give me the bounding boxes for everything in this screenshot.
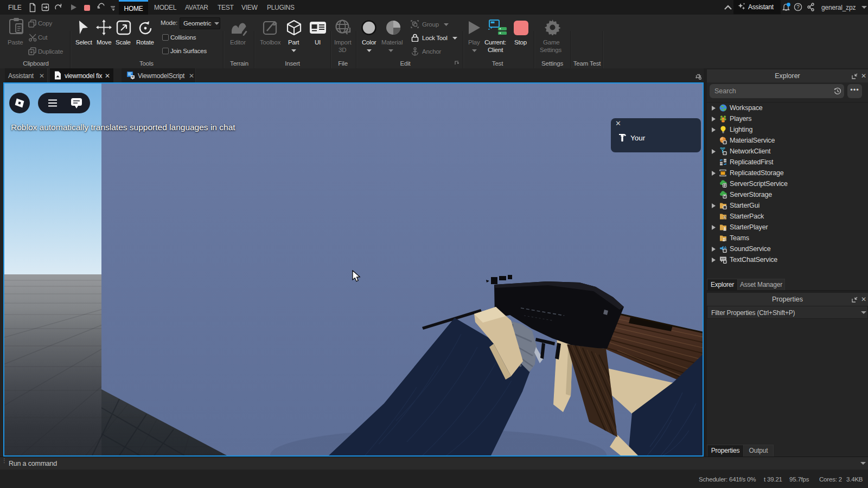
- svg-text:?: ?: [796, 4, 800, 10]
